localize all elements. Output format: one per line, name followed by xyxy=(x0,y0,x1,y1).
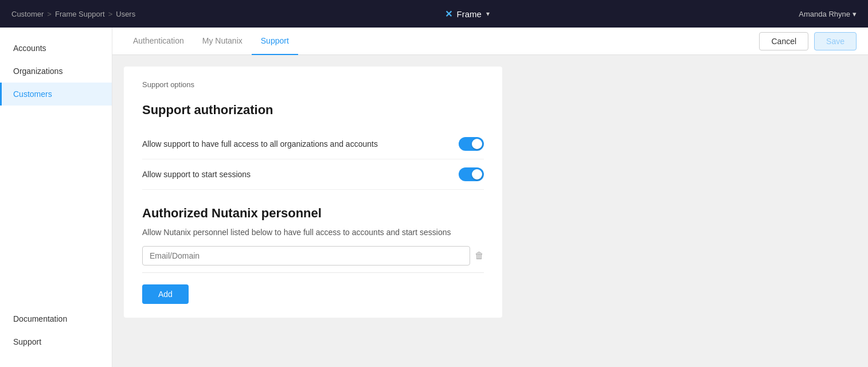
cancel-button[interactable]: Cancel xyxy=(759,32,808,50)
app-chevron-icon: ▾ xyxy=(486,10,490,18)
save-button[interactable]: Save xyxy=(814,32,857,50)
toggle-row-2: Allow support to start sessions xyxy=(142,159,484,190)
breadcrumb-users[interactable]: Users xyxy=(116,10,135,18)
support-panel: Support options Support authorization Al… xyxy=(124,67,502,318)
sidebar-top: Accounts Organizations Customers xyxy=(0,37,112,106)
tab-authentication[interactable]: Authentication xyxy=(124,28,193,55)
sidebar-item-organizations[interactable]: Organizations xyxy=(0,60,112,83)
breadcrumb-customer[interactable]: Customer xyxy=(11,10,44,18)
sidebar-item-documentation[interactable]: Documentation xyxy=(0,307,112,330)
tab-bar: Authentication My Nutanix Support Cancel… xyxy=(112,28,868,55)
email-input[interactable] xyxy=(142,246,470,266)
trash-icon[interactable]: 🗑 xyxy=(475,251,484,261)
sidebar: Accounts Organizations Customers Documen… xyxy=(0,28,112,367)
tab-support[interactable]: Support xyxy=(252,28,298,55)
toggle1-label: Allow support to have full access to all… xyxy=(142,139,378,149)
panel-title: Support options xyxy=(142,80,484,89)
app-name: Frame xyxy=(457,9,482,19)
user-name: Amanda Rhyne xyxy=(799,10,850,18)
content-area: Support options Support authorization Al… xyxy=(112,55,868,367)
tabs: Authentication My Nutanix Support xyxy=(124,28,298,54)
app-selector[interactable]: ✕ Frame ▾ xyxy=(445,9,490,19)
sidebar-item-accounts[interactable]: Accounts xyxy=(0,37,112,60)
support-auth-title: Support authorization xyxy=(142,103,484,118)
top-nav: Customer > Frame Support > Users ✕ Frame… xyxy=(0,0,868,28)
main: Authentication My Nutanix Support Cancel… xyxy=(112,28,868,367)
sidebar-item-customers[interactable]: Customers xyxy=(0,83,112,106)
sidebar-bottom: Documentation Support xyxy=(0,307,112,358)
email-row: 🗑 xyxy=(142,246,484,266)
tab-my-nutanix[interactable]: My Nutanix xyxy=(193,28,252,55)
user-chevron-icon: ▾ xyxy=(853,10,857,18)
sidebar-item-support[interactable]: Support xyxy=(0,330,112,353)
sep2: > xyxy=(108,10,113,18)
tab-actions: Cancel Save xyxy=(759,32,857,50)
authorized-title: Authorized Nutanix personnel xyxy=(142,206,484,221)
breadcrumb-frame-support[interactable]: Frame Support xyxy=(55,10,105,18)
user-menu[interactable]: Amanda Rhyne ▾ xyxy=(799,10,857,18)
toggle1-switch[interactable] xyxy=(459,137,484,151)
layout: Accounts Organizations Customers Documen… xyxy=(0,28,868,367)
toggle2-label: Allow support to start sessions xyxy=(142,170,251,179)
toggle-row-1: Allow support to have full access to all… xyxy=(142,129,484,159)
breadcrumb: Customer > Frame Support > Users xyxy=(11,10,135,18)
toggle2-switch[interactable] xyxy=(459,167,484,181)
x-icon: ✕ xyxy=(445,9,452,19)
authorized-desc: Allow Nutanix personnel listed below to … xyxy=(142,228,484,237)
sep1: > xyxy=(47,10,52,18)
add-button[interactable]: Add xyxy=(142,284,189,304)
divider-line xyxy=(142,272,484,273)
